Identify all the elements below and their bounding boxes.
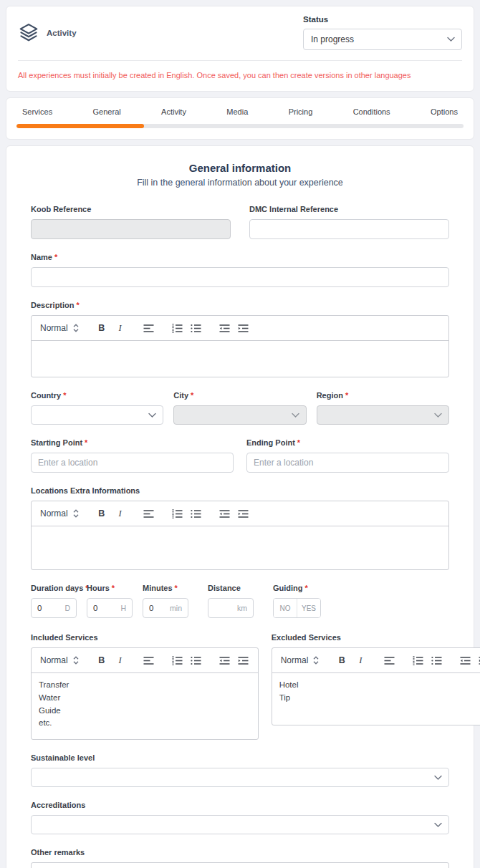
included-services-editor-content[interactable]: Transfer Water Guide etc. [32, 673, 258, 739]
other-remarks-field: Other remarks Normal B I [31, 848, 449, 868]
format-picker-label: Normal [40, 655, 68, 665]
locations-extra-label: Locations Extra Informations [31, 486, 449, 495]
duration-days-field: Duration days* D [31, 584, 77, 618]
outdent-button[interactable] [218, 322, 232, 334]
bold-button[interactable]: B [335, 654, 349, 667]
status-select[interactable]: In progress [303, 29, 462, 50]
country-label: Country [31, 391, 61, 400]
ending-point-input[interactable] [246, 453, 449, 473]
format-picker-label: Normal [281, 655, 309, 665]
city-label: City [173, 391, 188, 400]
excluded-services-editor-content[interactable]: Hotel Tip [272, 673, 480, 725]
tab-conditions[interactable]: Conditions [353, 107, 390, 116]
distance-input[interactable] [214, 604, 231, 612]
bullet-list-button[interactable] [429, 654, 443, 667]
outdent-icon [219, 656, 230, 665]
name-input[interactable] [31, 267, 449, 287]
bold-button[interactable]: B [95, 507, 109, 520]
align-button[interactable] [142, 654, 156, 667]
tab-activity[interactable]: Activity [161, 107, 186, 116]
outdent-button[interactable] [218, 654, 232, 667]
chevron-down-icon [434, 413, 442, 418]
ordered-list-button[interactable] [411, 654, 425, 667]
sustainable-level-select[interactable] [31, 768, 449, 787]
indent-icon [238, 656, 249, 665]
bold-button[interactable]: B [95, 654, 109, 667]
form-title: General information [31, 162, 449, 174]
guiding-field: Guiding* NO YES [273, 584, 321, 618]
dmc-reference-input[interactable] [249, 219, 449, 239]
dmc-reference-field: DMC Internal Reference [249, 205, 449, 239]
align-icon [384, 656, 395, 665]
editor-line: Water [39, 692, 251, 705]
align-button[interactable] [142, 322, 156, 334]
italic-button[interactable]: I [113, 654, 128, 667]
outdent-icon [219, 324, 230, 333]
tab-general[interactable]: General [93, 107, 121, 116]
format-picker-label: Normal [40, 323, 68, 333]
hours-field: Hours* H [87, 584, 133, 618]
minutes-input[interactable] [149, 604, 166, 612]
ordered-list-button[interactable] [171, 507, 185, 520]
bullet-list-icon [191, 656, 201, 665]
indent-button[interactable] [236, 322, 251, 334]
locations-extra-editor-content[interactable] [32, 526, 448, 569]
accreditations-select[interactable] [31, 815, 449, 834]
italic-button[interactable]: I [353, 654, 368, 667]
duration-days-input[interactable] [37, 604, 54, 612]
chevron-down-icon [434, 775, 442, 780]
indent-icon [238, 324, 249, 333]
bullet-list-button[interactable] [189, 507, 203, 520]
bullet-list-icon [191, 509, 201, 519]
indent-button[interactable] [476, 654, 480, 667]
required-marker: * [345, 391, 348, 400]
align-button[interactable] [382, 654, 396, 667]
format-picker[interactable]: Normal [39, 323, 80, 333]
page-title: Activity [47, 29, 77, 37]
italic-button[interactable]: I [113, 322, 128, 334]
language-warning: All experiences must initially be create… [6, 61, 474, 91]
italic-button[interactable]: I [113, 507, 128, 520]
ordered-list-button[interactable] [171, 322, 185, 334]
guiding-yes-button[interactable]: YES [297, 599, 320, 617]
description-editor-content[interactable] [32, 341, 448, 377]
outdent-button[interactable] [218, 507, 232, 520]
indent-button[interactable] [236, 654, 251, 667]
indent-button[interactable] [236, 507, 251, 520]
format-picker[interactable]: Normal [39, 655, 80, 665]
distance-box: km [208, 598, 254, 618]
format-picker[interactable]: Normal [39, 508, 80, 519]
starting-point-field: Starting Point* [31, 438, 234, 473]
minutes-box: min [143, 598, 188, 618]
ending-point-label: Ending Point [246, 438, 295, 447]
name-label: Name [31, 253, 52, 261]
description-label: Description [31, 301, 75, 309]
bold-button[interactable]: B [95, 322, 109, 334]
outdent-button[interactable] [458, 654, 472, 667]
tab-pricing[interactable]: Pricing [289, 107, 313, 116]
starting-point-input[interactable] [31, 453, 234, 473]
sustainable-level-field: Sustainable level [31, 753, 449, 787]
required-marker: * [112, 584, 115, 592]
country-select[interactable] [31, 405, 163, 425]
tab-services[interactable]: Services [22, 107, 52, 116]
accreditations-field: Accreditations [31, 801, 449, 834]
bullet-list-icon [191, 324, 201, 333]
included-services-editor: Normal B I [31, 647, 259, 740]
bullet-list-button[interactable] [189, 322, 203, 334]
bullet-list-button[interactable] [189, 654, 203, 667]
picker-arrows-icon [73, 324, 79, 332]
ordered-list-button[interactable] [171, 654, 185, 667]
minutes-field: Minutes* min [143, 584, 188, 618]
region-label: Region [317, 391, 343, 400]
tab-media[interactable]: Media [226, 107, 248, 116]
tab-options[interactable]: Options [431, 107, 458, 116]
editor-toolbar: Normal B I [32, 863, 448, 868]
align-button[interactable] [142, 507, 156, 520]
general-form-card: General information Fill in the general … [6, 145, 474, 868]
hours-input[interactable] [93, 604, 110, 612]
distance-unit: km [237, 604, 247, 612]
guiding-no-button[interactable]: NO [274, 599, 297, 617]
format-picker[interactable]: Normal [279, 655, 321, 665]
required-marker: * [54, 253, 57, 261]
